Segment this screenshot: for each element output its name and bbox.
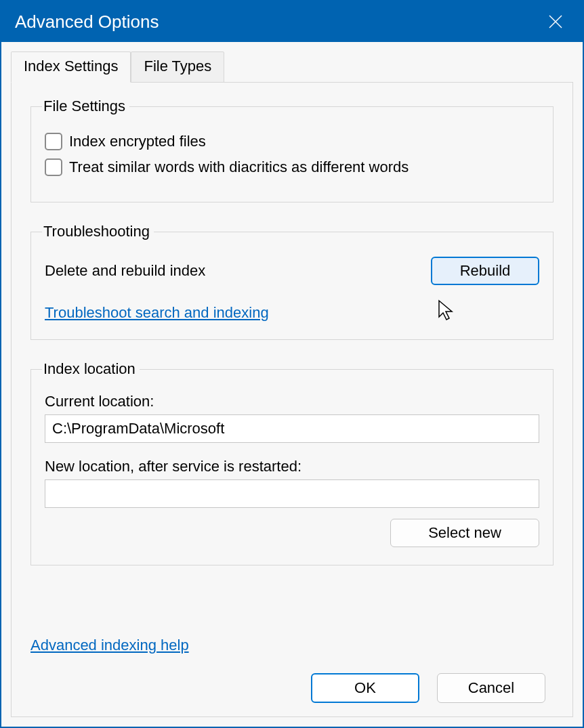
troubleshoot-link[interactable]: Troubleshoot search and indexing [45,304,269,321]
ok-button[interactable]: OK [311,673,419,703]
close-button[interactable] [542,8,569,35]
select-new-row: Select new [45,519,539,547]
tab-panel-index-settings: File Settings Index encrypted files Trea… [11,82,573,717]
tab-file-types[interactable]: File Types [131,51,224,83]
group-file-settings: File Settings Index encrypted files Trea… [30,98,554,202]
advanced-options-dialog: Advanced Options Index Settings File Typ… [0,0,584,728]
checkbox-index-encrypted-label: Index encrypted files [69,133,206,150]
group-troubleshooting: Troubleshooting Delete and rebuild index… [30,223,554,340]
close-icon [548,14,563,29]
group-index-location-legend: Index location [42,360,140,378]
rebuild-label: Delete and rebuild index [45,262,205,280]
group-index-location: Index location Current location: C:\Prog… [30,360,554,565]
tabstrip: Index Settings File Types [11,51,573,83]
current-location-value: C:\ProgramData\Microsoft [45,414,539,443]
group-troubleshooting-legend: Troubleshooting [42,223,154,240]
tab-index-settings[interactable]: Index Settings [11,51,131,83]
cancel-button[interactable]: Cancel [437,673,545,703]
dialog-button-row: OK Cancel [30,673,554,703]
checkbox-diacritics-label: Treat similar words with diacritics as d… [69,158,409,176]
dialog-body: Index Settings File Types File Settings … [1,42,583,727]
rebuild-row: Delete and rebuild index Rebuild [45,257,539,285]
new-location-label: New location, after service is restarted… [45,458,539,475]
bottom-area: Advanced indexing help OK Cancel [30,624,554,703]
checkbox-diacritics[interactable]: Treat similar words with diacritics as d… [45,158,539,176]
new-location-value [45,479,539,508]
group-file-settings-legend: File Settings [42,98,129,115]
rebuild-button[interactable]: Rebuild [431,257,539,285]
current-location-label: Current location: [45,393,539,410]
checkbox-icon [45,133,62,150]
checkbox-index-encrypted[interactable]: Index encrypted files [45,133,539,150]
titlebar: Advanced Options [1,1,583,42]
select-new-button[interactable]: Select new [390,519,539,547]
advanced-help-link[interactable]: Advanced indexing help [30,637,554,654]
checkbox-icon [45,158,62,176]
window-title: Advanced Options [15,12,542,33]
